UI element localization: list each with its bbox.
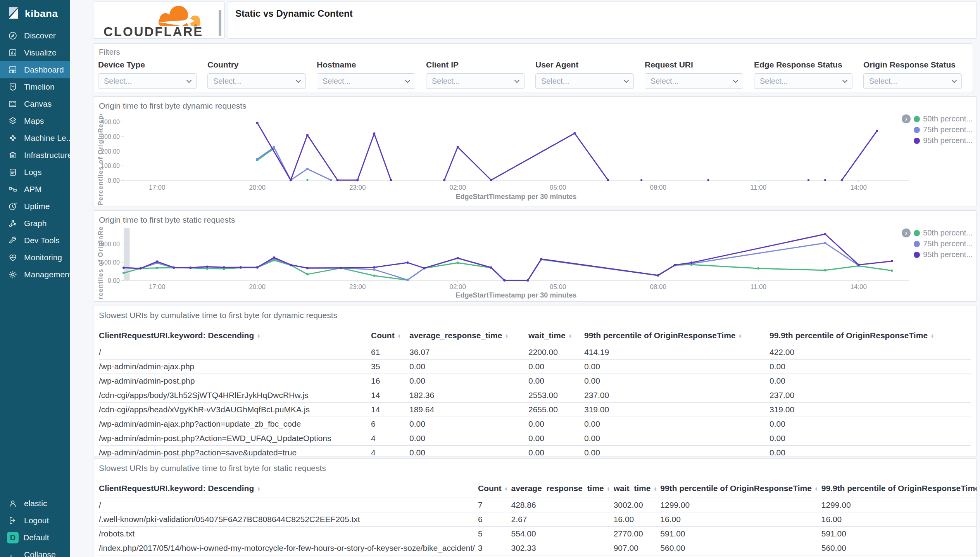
legend-label: 75th percent... [923,239,973,248]
kibana-logo-row[interactable]: kibana [0,0,70,26]
data-table: ClientRequestURI.keyword: Descending▲▼Co… [99,327,971,457]
column-header-label: ClientRequestURI.keyword: Descending [99,331,254,340]
column-header[interactable]: ClientRequestURI.keyword: Descending▲▼ [99,327,371,345]
space-badge: D [7,532,19,543]
filter-select-request-uri[interactable]: Select... [645,73,743,89]
sidebar-item-dashboard[interactable]: Dashboard [0,61,70,78]
table-cell: 319.00 [584,403,770,417]
svg-text:23:00: 23:00 [349,283,366,291]
sidebar-item-label: Logout [24,516,49,525]
sidebar-item-management[interactable]: Management [0,266,70,283]
table-row: /cdn-cgi/apps/head/xVgyKhR-vV3dAUGhMqfBc… [99,403,971,417]
chevron-down-icon [842,78,847,83]
sort-icon: ▲▼ [814,487,818,491]
legend-item[interactable]: 95th percent... [914,136,973,145]
legend-label: 75th percent... [923,125,973,134]
filter-select-hostname[interactable]: Select... [317,73,415,89]
sidebar-item-visualize[interactable]: Visualize [0,44,70,61]
table-cell: /cdn-cgi/apps/head/xVgyKhR-vV3dAUGhMqfBc… [99,403,371,417]
sidebar-item-graph[interactable]: Graph [0,215,70,232]
legend-item[interactable]: 75th percent... [914,239,973,248]
legend-item[interactable]: 50th percent... [914,228,973,237]
table-cell: / [99,498,478,512]
chart-panel-dynamic: Origin time to first byte dynamic reques… [93,96,977,206]
sidebar-item-label: Visualize [24,48,57,57]
sidebar-item-canvas[interactable]: Canvas [0,95,70,112]
column-header[interactable]: Count▲▼ [478,480,511,498]
legend-item[interactable]: 50th percent... [914,114,973,123]
chevron-down-icon [514,78,519,83]
column-header[interactable]: ClientRequestURI.keyword: Descending▲▼ [99,480,478,498]
table-cell: /wp-admin/admin-post.php [99,374,371,388]
sidebar-item-logs[interactable]: Logs [0,164,70,181]
table-cell: 0.00 [528,374,584,388]
column-header[interactable]: wait_time▲▼ [528,327,584,345]
legend-expand-icon[interactable]: › [902,114,911,123]
table-cell: 0.00 [528,431,584,446]
sidebar-item-machine-le-[interactable]: Machine Le... [0,130,70,147]
legend-expand-icon[interactable]: › [902,228,911,237]
column-header[interactable]: 99th percentile of OriginResponseTime▲▼ [660,480,821,498]
column-header[interactable]: 99.9th percentile of OriginResponseTime▲… [770,327,971,345]
dashboard-grid-icon [8,65,18,75]
column-header[interactable]: 99th percentile of OriginResponseTime▲▼ [584,327,770,345]
column-header[interactable]: Count▲▼ [371,327,409,345]
filter-select-client-ip[interactable]: Select... [426,73,525,89]
logout-icon [8,515,18,526]
legend-color-dot [914,116,920,122]
table-cell: 0.00 [528,360,584,374]
svg-text:05:00: 05:00 [550,184,566,191]
filter-group-edge-response-status: Edge Response StatusSelect... [754,60,855,89]
graph-nodes-icon [8,218,18,228]
sidebar-item-collapse[interactable]: ←Collapse [0,546,70,557]
sidebar-item-uptime[interactable]: Uptime [0,198,70,215]
filter-select-country[interactable]: Select... [207,73,306,89]
table-cell: 237.00 [584,388,770,403]
table-cell: 61 [371,345,409,360]
legend-label: 95th percent... [923,250,973,259]
sidebar-item-elastic[interactable]: elastic [0,495,70,512]
sidebar-item-apm[interactable]: APM [0,181,70,198]
table-cell: 4 [371,431,409,446]
panel-scrollbar[interactable] [219,10,221,36]
filter-label: Country [207,60,308,69]
table-cell: 16.00 [614,512,661,527]
legend-item[interactable]: 95th percent... [914,250,973,259]
sidebar-item-maps[interactable]: Maps [0,112,70,130]
sidebar-item-default[interactable]: DDefault [0,529,70,546]
table-cell: 0.00 [584,446,770,457]
filter-select-origin-response-status[interactable]: Select... [863,73,962,89]
filter-select-user-agent[interactable]: Select... [535,73,634,89]
column-header-label: 99.9th percentile of OriginResponseTime [770,331,928,340]
column-header[interactable]: 99.9th percentile of OriginResponseTime▲… [821,480,977,498]
column-header[interactable]: average_response_time▲▼ [511,480,613,498]
table-cell: 182.36 [409,388,528,403]
svg-text:23:00: 23:00 [349,184,366,191]
filter-select-device-type[interactable]: Select... [98,73,197,89]
table-cell: 319.00 [770,403,971,417]
sidebar-item-infrastructure[interactable]: Infrastructure [0,147,70,164]
column-header[interactable]: average_response_time▲▼ [409,327,528,345]
sort-icon: ▲▼ [607,487,611,491]
sidebar-footer: elasticLogoutDDefault←Collapse [0,495,70,557]
filter-select-edge-response-status[interactable]: Select... [754,73,852,89]
sidebar-item-discover[interactable]: Discover [0,27,70,44]
svg-text:02:00: 02:00 [449,283,466,291]
collapse-arrow-icon: ← [8,550,18,557]
column-header-label: 99th percentile of OriginResponseTime [584,331,736,340]
sidebar-item-timelion[interactable]: Timelion [0,78,70,95]
legend-item[interactable]: 75th percent... [914,125,973,134]
sidebar-item-dev-tools[interactable]: Dev Tools [0,232,70,249]
column-header[interactable]: wait_time▲▼ [614,480,661,498]
filter-group-origin-response-status: Origin Response StatusSelect... [863,60,964,89]
chart-title: Origin time to first byte static request… [93,211,977,225]
dashboard-content: CLOUDFLARE ® Static vs Dynamic Content F… [70,0,980,557]
sidebar-item-label: Collapse [24,550,56,557]
table-panel-dynamic: Slowest URIs by cumulative time to first… [93,306,977,457]
sidebar-item-monitoring[interactable]: Monitoring [0,249,70,266]
table-cell: 35 [371,360,409,374]
bar-chart-icon [8,48,18,58]
select-placeholder: Select... [104,77,132,86]
sidebar-item-logout[interactable]: Logout [0,512,70,529]
compass-icon [8,31,18,41]
